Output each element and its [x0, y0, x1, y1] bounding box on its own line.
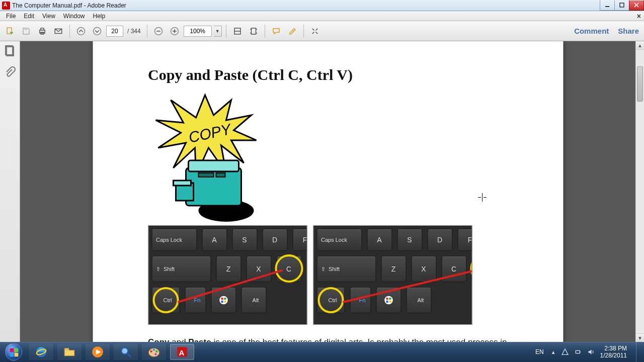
svg-rect-1 — [620, 3, 624, 7]
pdf-page: Copy and Paste (Ctrl C, Ctrl V) COPY — [93, 41, 563, 342]
svg-rect-28 — [216, 173, 225, 177]
svg-rect-30 — [221, 298, 223, 300]
export-pdf-button[interactable] — [3, 24, 17, 38]
scrollbar-thumb[interactable] — [637, 66, 643, 102]
zoom-in-button[interactable] — [168, 24, 182, 38]
print-button[interactable] — [35, 24, 49, 38]
svg-point-34 — [384, 296, 393, 305]
taskbar-ie-icon[interactable] — [29, 344, 53, 360]
toolbar: / 344 100% ▼ Comment Share — [0, 21, 644, 41]
page-count-label: / 344 — [125, 28, 143, 35]
keyboard-ctrl-v-image: Caps Lock A S D F G ⇧Shift Z X C V Ctrl … — [313, 225, 472, 325]
fit-width-button[interactable] — [230, 24, 245, 38]
fit-page-button[interactable] — [247, 24, 261, 38]
system-tray: EN ▲ 2:38 PM 1/28/2011 — [530, 342, 644, 362]
window-title: The Computer Manual.pdf - Adobe Reader — [12, 2, 600, 9]
keyboard-ctrl-c-image: Caps Lock A S D F ⇧Shift Z X C Ctrl Fn A… — [148, 225, 307, 325]
email-button[interactable] — [51, 24, 65, 38]
save-button[interactable] — [19, 24, 33, 38]
svg-point-52 — [153, 349, 155, 351]
svg-point-54 — [154, 353, 156, 355]
comment-link[interactable]: Comment — [574, 27, 609, 35]
attachments-panel-button[interactable] — [4, 66, 16, 78]
svg-rect-38 — [389, 301, 391, 303]
windows-taskbar: A EN ▲ 2:38 PM 1/28/2011 — [0, 342, 644, 362]
svg-rect-40 — [15, 348, 19, 352]
svg-rect-27 — [198, 173, 213, 177]
svg-rect-7 — [41, 28, 44, 30]
page-up-button[interactable] — [74, 24, 88, 38]
page-down-button[interactable] — [90, 24, 104, 38]
tray-chevron-icon[interactable]: ▲ — [551, 349, 556, 355]
taskbar-explorer-icon[interactable] — [57, 344, 82, 360]
action-center-icon[interactable] — [561, 348, 569, 356]
para-word-copy: Copy — [148, 337, 170, 342]
window-titlebar: The Computer Manual.pdf - Adobe Reader — [0, 0, 644, 11]
svg-rect-33 — [224, 301, 226, 303]
language-indicator[interactable]: EN — [533, 348, 546, 355]
svg-point-53 — [155, 350, 157, 352]
close-document-button[interactable]: × — [637, 12, 641, 20]
svg-rect-45 — [64, 348, 69, 350]
svg-text:A: A — [179, 348, 185, 357]
svg-rect-57 — [576, 350, 580, 353]
menu-help[interactable]: Help — [89, 12, 110, 21]
svg-point-11 — [94, 27, 101, 35]
highlight-button[interactable] — [285, 24, 299, 38]
taskbar-wmp-icon[interactable] — [86, 344, 110, 360]
maximize-button[interactable] — [614, 1, 629, 11]
vertical-scrollbar[interactable]: ▲ ▼ — [635, 41, 644, 342]
para-word-paste: Paste — [188, 337, 211, 342]
document-viewport[interactable]: Copy and Paste (Ctrl C, Ctrl V) COPY — [20, 41, 635, 342]
svg-rect-36 — [389, 298, 391, 300]
svg-rect-31 — [224, 298, 226, 300]
show-desktop-button[interactable] — [636, 342, 641, 362]
svg-rect-42 — [15, 353, 19, 357]
power-icon[interactable] — [574, 348, 582, 356]
start-button[interactable] — [0, 342, 27, 362]
taskbar-paint-icon[interactable] — [142, 344, 166, 360]
menu-view[interactable]: View — [38, 12, 59, 21]
svg-rect-41 — [10, 353, 14, 357]
svg-rect-26 — [173, 180, 191, 186]
taskbar-magnifier-icon[interactable] — [114, 344, 138, 360]
svg-point-29 — [219, 296, 228, 305]
copy-clipart-image: COPY — [150, 93, 259, 223]
sticky-note-button[interactable] — [269, 24, 283, 38]
svg-line-49 — [127, 353, 131, 357]
svg-rect-32 — [221, 301, 223, 303]
windows-orb-icon — [5, 343, 22, 360]
clock-date: 1/28/2011 — [600, 352, 627, 359]
taskbar-adobe-reader-icon[interactable]: A — [170, 344, 194, 360]
navigation-pane — [0, 41, 20, 342]
close-button[interactable] — [629, 1, 644, 11]
share-link[interactable]: Share — [618, 27, 639, 35]
thumbnails-panel-button[interactable] — [4, 45, 16, 57]
page-heading: Copy and Paste (Ctrl C, Ctrl V) — [148, 66, 508, 83]
svg-point-51 — [150, 350, 152, 352]
menu-edit[interactable]: Edit — [20, 12, 38, 21]
taskbar-clock[interactable]: 2:38 PM 1/28/2011 — [600, 345, 629, 359]
body-paragraph: Copy and Paste is one of the best featur… — [148, 337, 508, 342]
minimize-button[interactable] — [600, 1, 615, 11]
menu-window[interactable]: Window — [59, 12, 89, 21]
clock-time: 2:38 PM — [600, 345, 627, 352]
scroll-up-button[interactable]: ▲ — [636, 41, 644, 50]
svg-rect-58 — [580, 351, 580, 353]
scroll-down-button[interactable]: ▼ — [636, 333, 644, 342]
zoom-out-button[interactable] — [151, 24, 166, 38]
svg-rect-24 — [188, 160, 238, 171]
svg-rect-39 — [10, 348, 14, 352]
svg-rect-37 — [386, 301, 388, 303]
app-icon — [2, 2, 10, 10]
svg-point-48 — [121, 347, 128, 354]
svg-point-10 — [77, 27, 85, 35]
svg-rect-18 — [251, 28, 256, 34]
read-mode-button[interactable] — [308, 24, 322, 38]
zoom-level-display[interactable]: 100% — [184, 26, 212, 37]
svg-rect-35 — [386, 298, 388, 300]
zoom-dropdown-button[interactable]: ▼ — [214, 26, 222, 37]
page-number-input[interactable] — [106, 26, 123, 37]
volume-icon[interactable] — [587, 348, 595, 356]
menu-file[interactable]: File — [2, 12, 20, 21]
